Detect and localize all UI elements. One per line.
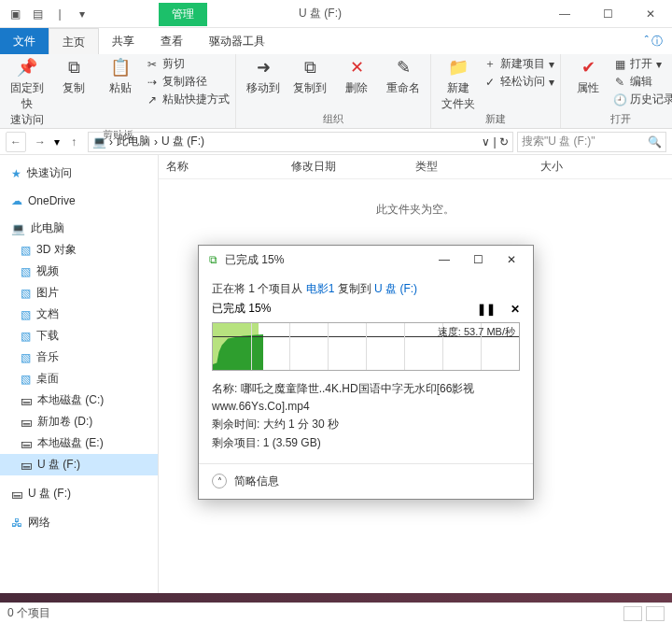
minimize-button[interactable]: ― bbox=[543, 0, 586, 28]
sidebar-quick-access[interactable]: ★快速访问 bbox=[0, 163, 158, 184]
tab-share[interactable]: 共享 bbox=[99, 28, 147, 54]
paste-shortcut-button[interactable]: ↗粘贴快捷方式 bbox=[146, 92, 230, 107]
sidebar-onedrive[interactable]: ☁OneDrive bbox=[0, 191, 158, 210]
nav-back-button[interactable]: ← bbox=[6, 132, 26, 152]
app-icon: ▣ bbox=[7, 7, 22, 21]
dialog-icon: ⧉ bbox=[206, 253, 219, 266]
qat-divider: | bbox=[52, 7, 67, 21]
qat-dropdown-icon[interactable]: ▾ bbox=[75, 7, 90, 21]
edit-button[interactable]: ✎编辑 bbox=[613, 74, 672, 90]
view-details-button[interactable] bbox=[623, 606, 642, 621]
qat-save-icon[interactable]: ▤ bbox=[30, 7, 45, 21]
sidebar-drive-c[interactable]: 🖴本地磁盘 (C:) bbox=[0, 389, 158, 411]
sidebar-desktop[interactable]: ▧桌面 bbox=[0, 368, 158, 389]
empty-folder-message: 此文件夹为空。 bbox=[159, 179, 672, 240]
col-size[interactable]: 大小 bbox=[540, 159, 665, 175]
sidebar-music[interactable]: ▧音乐 bbox=[0, 347, 158, 368]
col-type[interactable]: 类型 bbox=[415, 159, 540, 175]
history-button[interactable]: 🕘历史记录 bbox=[613, 92, 672, 107]
ribbon-tabs: 文件 主页 共享 查看 驱动器工具 ˆ ⓘ bbox=[0, 28, 672, 54]
close-button[interactable]: ✕ bbox=[629, 0, 672, 28]
tab-home[interactable]: 主页 bbox=[49, 28, 99, 54]
copy-button[interactable]: ⧉复制 bbox=[52, 56, 95, 96]
pause-button[interactable]: ❚❚ bbox=[477, 303, 496, 316]
search-input[interactable]: 搜索"U 盘 (F:)"🔍 bbox=[517, 132, 666, 152]
nav-up-button[interactable]: ↑ bbox=[63, 132, 84, 152]
sidebar-downloads[interactable]: ▧下载 bbox=[0, 325, 158, 347]
maximize-button[interactable]: ☐ bbox=[586, 0, 629, 28]
file-name-row: 名称: 哪吒之魔童降世..4K.HD国语中字无水印[66影视www.66Ys.C… bbox=[212, 380, 520, 416]
contextual-tab[interactable]: 管理 bbox=[159, 3, 207, 26]
sidebar-this-pc[interactable]: 💻此电脑 bbox=[0, 218, 158, 239]
sidebar-documents[interactable]: ▧文档 bbox=[0, 304, 158, 325]
dialog-close-button[interactable]: ✕ bbox=[497, 253, 525, 266]
group-new: 新建 bbox=[485, 112, 506, 126]
chevron-up-icon: ˄ bbox=[212, 474, 227, 488]
title-bar: ▣ ▤ | ▾ 管理 U 盘 (F:) ― ☐ ✕ bbox=[0, 0, 672, 28]
nav-recent-icon[interactable]: ▾ bbox=[54, 135, 60, 149]
col-date[interactable]: 修改日期 bbox=[291, 159, 416, 175]
sidebar-drive-d[interactable]: 🖴新加卷 (D:) bbox=[0, 411, 158, 432]
view-icons-button[interactable] bbox=[646, 606, 665, 621]
sidebar-network[interactable]: 🖧网络 bbox=[0, 512, 158, 533]
ribbon: 📌固定到快 速访问 ⧉复制 📋粘贴 ✂剪切 ⇢复制路径 ↗粘贴快捷方式 剪贴板 … bbox=[0, 54, 672, 129]
rename-button[interactable]: ✎重命名 bbox=[382, 56, 425, 96]
dialog-maximize-button[interactable]: ☐ bbox=[464, 253, 492, 266]
moveto-button[interactable]: ➜移动到 bbox=[242, 56, 285, 96]
new-folder-button[interactable]: 📁新建 文件夹 bbox=[437, 56, 480, 112]
copyto-button[interactable]: ⧉复制到 bbox=[288, 56, 331, 96]
sidebar-3d-objects[interactable]: ▧3D 对象 bbox=[0, 239, 158, 261]
open-button[interactable]: ▦打开▾ bbox=[613, 56, 672, 72]
breadcrumb[interactable]: 💻 › 此电脑 › U 盘 (F:) ∨ | ↻ bbox=[88, 132, 513, 152]
dialog-title: 已完成 15% bbox=[225, 252, 425, 268]
progress-text: 已完成 15% bbox=[212, 301, 271, 317]
ribbon-help-icon[interactable]: ˆ ⓘ bbox=[636, 28, 672, 54]
pin-button[interactable]: 📌固定到快 速访问 bbox=[6, 56, 49, 128]
speed-graph: 速度: 53.7 MB/秒 bbox=[212, 322, 520, 371]
tab-view[interactable]: 查看 bbox=[147, 28, 196, 54]
sidebar-pictures[interactable]: ▧图片 bbox=[0, 282, 158, 304]
copy-progress-dialog: ⧉ 已完成 15% ― ☐ ✕ 正在将 1 个项目从 电影1 复制到 U 盘 (… bbox=[198, 245, 534, 500]
address-bar: ← → ▾ ↑ 💻 › 此电脑 › U 盘 (F:) ∨ | ↻ 搜索"U 盘 … bbox=[0, 129, 672, 155]
speed-label: 速度: 53.7 MB/秒 bbox=[438, 325, 515, 339]
time-remaining-row: 剩余时间: 大约 1 分 30 秒 bbox=[212, 416, 520, 433]
item-count: 0 个项目 bbox=[7, 605, 50, 621]
wallpaper-strip bbox=[0, 593, 672, 602]
properties-button[interactable]: ✔属性 bbox=[567, 56, 609, 96]
sidebar-videos[interactable]: ▧视频 bbox=[0, 261, 158, 282]
copy-path-button[interactable]: ⇢复制路径 bbox=[146, 74, 230, 90]
nav-forward-button[interactable]: → bbox=[30, 132, 50, 152]
group-open: 打开 bbox=[610, 112, 631, 126]
delete-button[interactable]: ✕删除 bbox=[335, 56, 378, 96]
cancel-button[interactable]: ✕ bbox=[511, 303, 520, 316]
fewer-details-button[interactable]: ˄ 简略信息 bbox=[199, 463, 533, 499]
group-organize: 组织 bbox=[323, 112, 343, 126]
new-item-button[interactable]: ＋新建项目▾ bbox=[483, 56, 554, 72]
easy-access-button[interactable]: ✓轻松访问▾ bbox=[483, 74, 554, 90]
col-name[interactable]: 名称 bbox=[166, 159, 291, 175]
copy-from-to: 正在将 1 个项目从 电影1 复制到 U 盘 (F:) bbox=[212, 281, 520, 297]
paste-button[interactable]: 📋粘贴 bbox=[99, 56, 142, 96]
cut-button[interactable]: ✂剪切 bbox=[146, 56, 230, 72]
sidebar-drive-f-selected[interactable]: 🖴U 盘 (F:) bbox=[0, 454, 158, 475]
tab-file[interactable]: 文件 bbox=[0, 28, 49, 54]
sidebar-drive-e[interactable]: 🖴本地磁盘 (E:) bbox=[0, 432, 158, 454]
items-remaining-row: 剩余项目: 1 (3.59 GB) bbox=[212, 434, 520, 452]
nav-pane: ★快速访问 ☁OneDrive 💻此电脑 ▧3D 对象 ▧视频 ▧图片 ▧文档 … bbox=[0, 155, 159, 603]
status-bar: 0 个项目 bbox=[0, 602, 672, 623]
tab-drive-tools[interactable]: 驱动器工具 bbox=[196, 28, 278, 54]
sidebar-usb[interactable]: 🖴U 盘 (F:) bbox=[0, 483, 158, 504]
dialog-minimize-button[interactable]: ― bbox=[430, 253, 458, 266]
